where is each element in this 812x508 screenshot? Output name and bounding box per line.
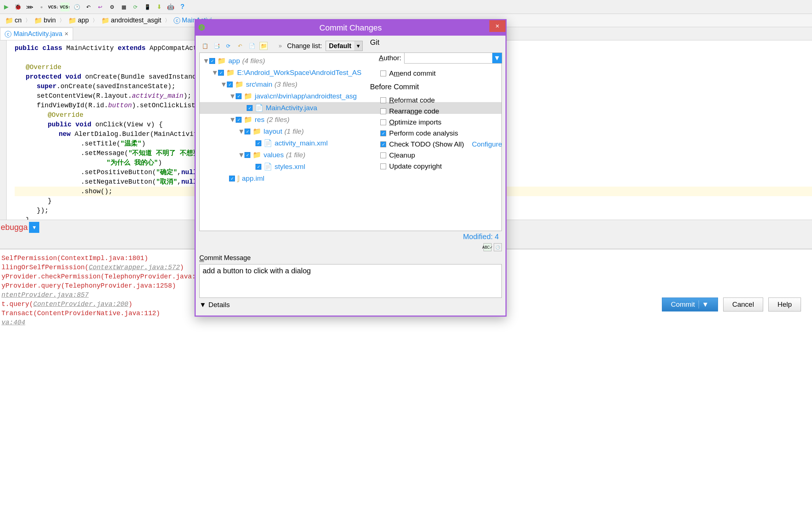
breadcrumb-separator: 〉 xyxy=(59,17,65,24)
debug-dropdown[interactable]: ▼ xyxy=(29,222,39,233)
dialog-titlebar: 🅐 Commit Changes ✕ xyxy=(196,20,505,36)
help-icon[interactable]: ? xyxy=(178,3,187,11)
revert-icon[interactable]: ↶ xyxy=(84,3,93,11)
class-icon: c xyxy=(5,31,11,37)
change-list-label: Change list: xyxy=(287,42,322,50)
details-toggle[interactable]: ▼Details xyxy=(199,298,502,312)
settings-icon[interactable]: ⚙ xyxy=(108,3,116,11)
android-icon[interactable]: 🤖 xyxy=(166,3,175,11)
vcs-update-icon[interactable]: VCS↓ xyxy=(49,3,58,11)
stop-icon[interactable]: ▫ xyxy=(37,3,46,11)
android-studio-icon: 🅐 xyxy=(199,24,205,32)
git-section-label: Git xyxy=(367,37,505,48)
group-icon[interactable]: 📁 xyxy=(260,42,268,50)
close-button[interactable]: ✕ xyxy=(489,20,505,32)
sync-icon[interactable]: ⟳ xyxy=(131,3,140,11)
breadcrumb-item[interactable]: 📁cn xyxy=(3,16,24,25)
editor-tab[interactable]: c MainActivity.java × xyxy=(0,28,73,40)
debug-icon[interactable]: 🐞 xyxy=(14,3,22,11)
cancel-button[interactable]: Cancel xyxy=(723,298,763,311)
tree-node-app-iml[interactable]: ✓𝕁 app.iml xyxy=(200,173,501,184)
author-label: Author: xyxy=(379,54,401,62)
dialog-title: Commit Changes xyxy=(319,23,382,33)
commit-button[interactable]: Commit▼ xyxy=(662,298,718,311)
before-commit-label: Before Commit xyxy=(367,79,505,95)
dialog-button-bar: Commit▼ Cancel Help xyxy=(662,298,801,311)
structure-icon[interactable]: ▦ xyxy=(119,3,128,11)
new-changelist-icon[interactable]: 📄 xyxy=(248,42,256,50)
main-toolbar: ▶ 🐞 ⋙ ▫ VCS↓ VCS↑ 🕑 ↶ ↩ ⚙ ▦ ⟳ 📱 ⬇ 🤖 ? xyxy=(0,0,812,14)
spellcheck-icon[interactable]: ABC✓ xyxy=(483,243,492,251)
move-changelist-icon[interactable]: 📑 xyxy=(213,42,221,50)
avd-icon[interactable]: 📱 xyxy=(143,3,152,11)
breadcrumb-separator: 〉 xyxy=(25,17,30,24)
todo-checkbox[interactable]: ✓Check TODO (Show All) Configure xyxy=(367,139,505,150)
amend-commit-checkbox[interactable]: Amend commit xyxy=(367,68,505,79)
debug-label: ebugga xyxy=(0,223,28,232)
author-input[interactable]: ▼ xyxy=(404,53,502,64)
history-icon[interactable]: 🕑 xyxy=(494,243,502,251)
history-icon[interactable]: 🕑 xyxy=(72,3,81,11)
analysis-checkbox[interactable]: ✓Perform code analysis xyxy=(367,128,505,139)
refresh-icon[interactable]: ⟳ xyxy=(224,42,232,50)
rollback-icon[interactable]: ↶ xyxy=(236,42,244,50)
editor-gutter xyxy=(0,40,7,220)
change-list-dropdown[interactable]: Default ▼ xyxy=(326,41,363,51)
commit-options-panel: Git Author: ▼ Amend commit Before Commit… xyxy=(367,37,505,172)
breadcrumb-separator: 〉 xyxy=(165,17,170,24)
author-field[interactable] xyxy=(405,53,492,63)
commit-message-input[interactable]: add a button to click with a dialog xyxy=(199,264,502,298)
dropdown-icon[interactable]: ▼ xyxy=(354,41,362,51)
rearrange-checkbox[interactable]: Rearrange code xyxy=(367,106,505,117)
commit-message-label: Commit Message xyxy=(199,252,502,264)
show-diff-icon[interactable]: 📋 xyxy=(201,42,209,50)
attach-icon[interactable]: ⋙ xyxy=(25,3,34,11)
help-button[interactable]: Help xyxy=(768,298,801,311)
breadcrumb-separator: 〉 xyxy=(93,17,98,24)
tab-label: MainActivity.java xyxy=(14,30,62,38)
reformat-checkbox[interactable]: Reformat code xyxy=(367,95,505,106)
close-icon[interactable]: × xyxy=(65,30,69,38)
dropdown-icon[interactable]: ▼ xyxy=(492,53,502,63)
configure-link[interactable]: Configure xyxy=(472,140,502,148)
breadcrumb-item[interactable]: 📁bvin xyxy=(32,16,58,25)
modified-count: Modified: 4 xyxy=(199,231,502,242)
cleanup-checkbox[interactable]: Cleanup xyxy=(367,150,505,161)
undo-icon[interactable]: ↩ xyxy=(96,3,105,11)
breadcrumb-item[interactable]: 📁app xyxy=(66,16,91,25)
optimize-checkbox[interactable]: Optimize imports xyxy=(367,117,505,128)
copyright-checkbox[interactable]: Update copyright xyxy=(367,161,505,172)
breadcrumb-item[interactable]: 📁androidtest_asgit xyxy=(99,16,163,25)
vcs-commit-icon[interactable]: VCS↑ xyxy=(61,3,69,11)
sdk-icon[interactable]: ⬇ xyxy=(155,3,163,11)
run-icon[interactable]: ▶ xyxy=(2,3,11,11)
